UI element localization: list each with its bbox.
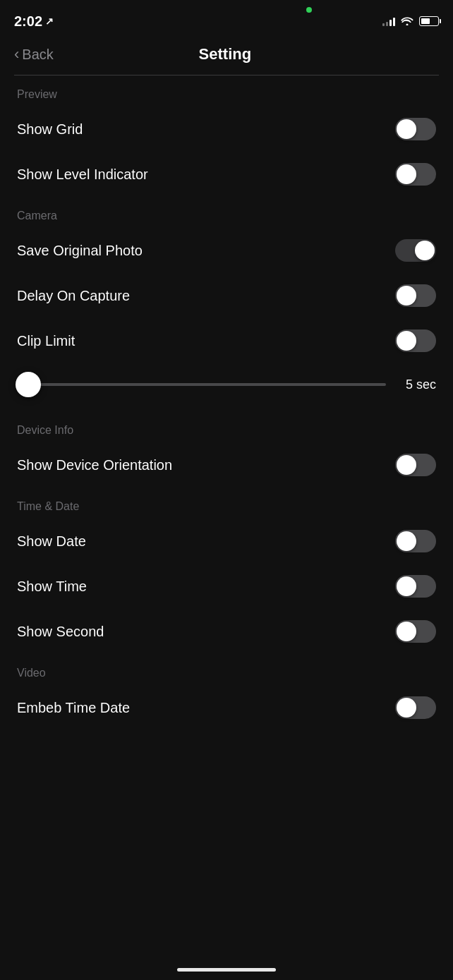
show-second-toggle[interactable] (395, 620, 436, 643)
setting-row-delay-on-capture: Delay On Capture (0, 273, 453, 318)
setting-row-show-device-orientation: Show Device Orientation (0, 442, 453, 488)
save-original-photo-toggle[interactable] (395, 239, 436, 262)
section-header-device-info: Device Info (0, 411, 453, 442)
section-device-info: Device Info Show Device Orientation (0, 411, 453, 488)
section-video: Video Embeb Time Date (0, 654, 453, 730)
delay-on-capture-toggle-thumb (397, 286, 416, 306)
section-preview: Preview Show Grid Show Level Indicator (0, 75, 453, 197)
show-date-label: Show Date (17, 533, 86, 550)
save-original-photo-label: Save Original Photo (17, 243, 143, 259)
show-time-toggle-thumb (397, 576, 416, 596)
delay-on-capture-label: Delay On Capture (17, 288, 130, 304)
clip-limit-slider-row: 5 sec (0, 363, 453, 411)
setting-row-embeb-time-date: Embeb Time Date (0, 685, 453, 730)
show-grid-toggle-thumb (397, 119, 416, 139)
status-bar: 2:02 ↗ (0, 0, 453, 38)
green-dot (306, 7, 312, 13)
embeb-time-date-toggle[interactable] (395, 696, 436, 719)
status-time: 2:02 ↗ (14, 13, 54, 30)
show-device-orientation-toggle[interactable] (395, 454, 436, 476)
section-header-video: Video (0, 654, 453, 685)
setting-row-show-date: Show Date (0, 519, 453, 564)
setting-row-clip-limit: Clip Limit (0, 318, 453, 363)
slider-track (17, 383, 386, 386)
setting-row-show-time: Show Time (0, 564, 453, 609)
show-device-orientation-label: Show Device Orientation (17, 457, 172, 473)
clip-limit-toggle-thumb (397, 331, 416, 351)
show-date-toggle[interactable] (395, 530, 436, 552)
show-second-toggle-thumb (397, 622, 416, 641)
home-indicator (177, 968, 276, 972)
wifi-icon (401, 16, 413, 28)
section-header-preview: Preview (0, 75, 453, 107)
signal-icon (382, 16, 395, 26)
delay-on-capture-toggle[interactable] (395, 284, 436, 307)
embeb-time-date-toggle-thumb (397, 698, 416, 718)
clip-limit-label: Clip Limit (17, 333, 75, 349)
status-right-icons (382, 16, 439, 28)
save-original-photo-toggle-thumb (415, 241, 435, 260)
location-icon: ↗ (45, 16, 54, 27)
time-display: 2:02 (14, 13, 42, 30)
section-header-camera: Camera (0, 197, 453, 228)
show-device-orientation-toggle-thumb (397, 455, 416, 475)
setting-row-save-original-photo: Save Original Photo (0, 228, 453, 273)
show-level-indicator-label: Show Level Indicator (17, 167, 148, 183)
section-camera: Camera Save Original Photo Delay On Capt… (0, 197, 453, 411)
clip-limit-value: 5 sec (397, 377, 436, 392)
show-level-indicator-toggle[interactable] (395, 163, 436, 186)
show-time-label: Show Time (17, 579, 87, 595)
slider-thumb[interactable] (16, 372, 41, 397)
setting-row-show-grid: Show Grid (0, 107, 453, 152)
clip-limit-slider[interactable] (17, 369, 386, 400)
show-grid-label: Show Grid (17, 121, 83, 138)
show-time-toggle[interactable] (395, 575, 436, 598)
embeb-time-date-label: Embeb Time Date (17, 700, 130, 716)
back-label: Back (22, 47, 53, 63)
back-button[interactable]: ‹ Back (14, 45, 54, 63)
battery-icon (419, 16, 439, 26)
show-second-label: Show Second (17, 624, 104, 640)
clip-limit-toggle[interactable] (395, 329, 436, 352)
chevron-left-icon: ‹ (14, 45, 19, 63)
section-header-time-date: Time & Date (0, 488, 453, 519)
show-grid-toggle[interactable] (395, 118, 436, 140)
setting-row-show-second: Show Second (0, 609, 453, 654)
show-date-toggle-thumb (397, 531, 416, 551)
page-title: Setting (54, 45, 397, 63)
nav-bar: ‹ Back Setting (0, 38, 453, 75)
section-time-date: Time & Date Show Date Show Time Show Sec… (0, 488, 453, 654)
show-level-indicator-toggle-thumb (397, 164, 416, 184)
setting-row-show-level-indicator: Show Level Indicator (0, 152, 453, 197)
